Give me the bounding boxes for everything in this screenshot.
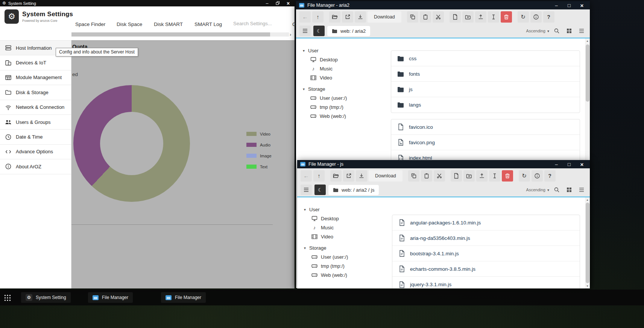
open-external-button[interactable] <box>343 170 354 182</box>
taskbar-item-file-manager-2[interactable]: File Manager <box>161 292 206 303</box>
file-row[interactable]: css <box>391 51 580 66</box>
taskbar-item-system-setting[interactable]: ⚙ System Setting <box>21 292 71 303</box>
new-file-button[interactable] <box>451 170 462 182</box>
list-view-button[interactable] <box>577 185 586 195</box>
scrollbar-thumb[interactable] <box>586 203 589 283</box>
grid-view-button[interactable] <box>564 26 574 36</box>
cut-button[interactable] <box>434 170 445 182</box>
info-button[interactable] <box>532 170 543 182</box>
search-button[interactable] <box>552 185 562 195</box>
file-row[interactable]: echarts-common-3.8.5.min.js <box>392 261 580 277</box>
breadcrumb[interactable]: web: / aria2 / js <box>328 185 379 195</box>
sidebar-item-date-time[interactable]: Date & Time <box>0 130 71 144</box>
tree-item-web-drive[interactable]: Web (web:/) <box>304 270 388 279</box>
file-row[interactable]: fonts <box>391 66 580 82</box>
tree-section-storage[interactable]: ▾Storage <box>303 84 387 93</box>
help-button[interactable]: ? <box>544 170 556 182</box>
rename-button[interactable] <box>489 170 500 182</box>
back-button[interactable]: ← <box>301 170 312 182</box>
list-view-button[interactable] <box>577 26 586 36</box>
scroll-up-arrow[interactable]: ▲ <box>585 197 590 202</box>
taskbar-item-file-manager-1[interactable]: File Manager <box>88 292 133 303</box>
tree-item-tmp-drive[interactable]: tmp (tmp:/) <box>304 261 388 270</box>
minimize-button[interactable]: – <box>551 1 561 9</box>
download-icon-button[interactable] <box>356 170 367 182</box>
tab-disk-space[interactable]: Disk Space <box>117 21 142 27</box>
sidebar-item-users-groups[interactable]: Users & Groups <box>0 115 71 130</box>
scrollbar-thumb[interactable] <box>586 44 589 102</box>
file-row[interactable]: favicon.png <box>391 135 580 150</box>
search-button[interactable] <box>552 26 562 36</box>
tree-item-user-drive[interactable]: User (user:/) <box>304 252 388 261</box>
tree-section-storage[interactable]: ▾Storage <box>304 243 388 252</box>
tree-item-desktop[interactable]: Desktop <box>303 55 387 64</box>
tab-space-finder[interactable]: Space Finder <box>75 21 105 27</box>
new-folder-button[interactable] <box>463 170 475 182</box>
scroll-down-arrow[interactable]: ▼ <box>585 284 590 288</box>
menu-button[interactable] <box>299 26 311 36</box>
download-icon-button[interactable] <box>355 11 366 23</box>
tree-item-music[interactable]: ♪Music <box>303 64 387 73</box>
delete-button[interactable] <box>502 170 513 182</box>
sidebar-item-devices-iot[interactable]: Devices & IoT <box>0 55 71 70</box>
grid-view-button[interactable] <box>564 185 574 195</box>
tree-item-desktop[interactable]: Desktop <box>304 214 388 223</box>
sidebar-item-advance-options[interactable]: Advance Options <box>0 145 71 159</box>
tree-item-video[interactable]: Video <box>303 73 387 82</box>
upload-button[interactable] <box>476 170 488 182</box>
tabs-scrollbar-thumb[interactable] <box>71 32 270 37</box>
sidebar-item-about-aroz[interactable]: About ArOZ <box>0 159 71 174</box>
cut-button[interactable] <box>433 11 444 23</box>
file-row[interactable]: langs <box>391 97 580 113</box>
up-button[interactable]: ↑ <box>313 170 325 182</box>
tab-partial[interactable]: C <box>292 21 296 27</box>
file-row[interactable]: aria-ng-da5356c403.min.js <box>392 230 580 246</box>
tab-disk-smart[interactable]: Disk SMART <box>154 21 183 27</box>
upload-button[interactable] <box>475 11 486 23</box>
file-row[interactable]: js <box>391 82 580 97</box>
file-row[interactable]: jquery-3.3.1.min.js <box>392 277 580 288</box>
tree-section-user[interactable]: ▾User <box>303 46 387 55</box>
restore-button[interactable] <box>273 0 282 6</box>
copy-button[interactable] <box>408 170 419 182</box>
minimize-button[interactable]: – <box>263 0 271 6</box>
open-folder-button[interactable] <box>330 170 342 182</box>
new-file-button[interactable] <box>450 11 461 23</box>
tree-item-web-drive[interactable]: Web (web:/) <box>303 111 387 121</box>
minimize-button[interactable]: – <box>551 160 561 168</box>
sidebar-item-disk-storage[interactable]: Disk & Storage <box>0 85 71 100</box>
up-button[interactable]: ↑ <box>312 11 324 23</box>
download-button[interactable]: Download <box>368 11 401 23</box>
sort-order-dropdown[interactable]: Ascending▾ <box>526 29 549 33</box>
tree-item-video[interactable]: Video <box>304 232 388 241</box>
tab-smart-log[interactable]: SMART Log <box>194 21 222 27</box>
close-button[interactable]: × <box>577 1 587 9</box>
open-folder-button[interactable] <box>329 11 340 23</box>
refresh-button[interactable]: ↻ <box>519 170 530 182</box>
file-row[interactable]: favicon.ico <box>391 119 580 135</box>
file-row[interactable]: angular-packages-1.6.10.min.js <box>392 215 580 230</box>
sort-order-dropdown[interactable]: Ascending▾ <box>526 188 549 192</box>
tabs-scroll-right-arrow[interactable]: › <box>290 32 291 37</box>
scroll-up-arrow[interactable]: ▲ <box>585 38 590 43</box>
tree-item-tmp-drive[interactable]: tmp (tmp:/) <box>303 102 387 111</box>
delete-button[interactable] <box>501 11 512 23</box>
tree-section-user[interactable]: ▾User <box>304 205 388 214</box>
breadcrumb[interactable]: web: / aria2 <box>327 26 370 36</box>
apps-grid-button[interactable] <box>3 293 12 302</box>
tree-item-user-drive[interactable]: User (user:/) <box>303 93 387 102</box>
download-button[interactable]: Download <box>369 170 402 182</box>
sidebar-item-network-connection[interactable]: Network & Connection <box>0 100 71 115</box>
sidebar-item-module-management[interactable]: Module Management <box>0 70 71 85</box>
tree-item-music[interactable]: ♪Music <box>304 223 388 232</box>
dark-mode-button[interactable]: ☾ <box>314 185 326 195</box>
settings-search-input[interactable] <box>233 21 282 26</box>
menu-button[interactable] <box>301 185 312 195</box>
close-button[interactable]: × <box>577 160 587 168</box>
maximize-button[interactable]: □ <box>564 1 574 9</box>
paste-button[interactable] <box>421 170 432 182</box>
open-external-button[interactable] <box>342 11 353 23</box>
vertical-scrollbar[interactable]: ▲ ▼ <box>585 197 590 288</box>
tabs-scrollbar[interactable] <box>71 32 289 37</box>
file-row[interactable]: bootstrap-3.4.1.min.js <box>392 246 580 261</box>
